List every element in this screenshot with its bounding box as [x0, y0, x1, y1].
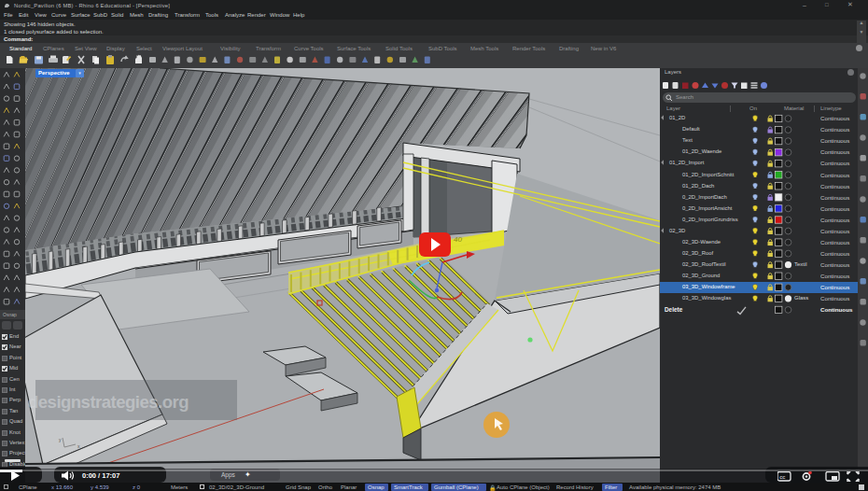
- svg-text:cc: cc: [779, 474, 785, 480]
- svg-text:designstrategies.org: designstrategies.org: [28, 392, 189, 412]
